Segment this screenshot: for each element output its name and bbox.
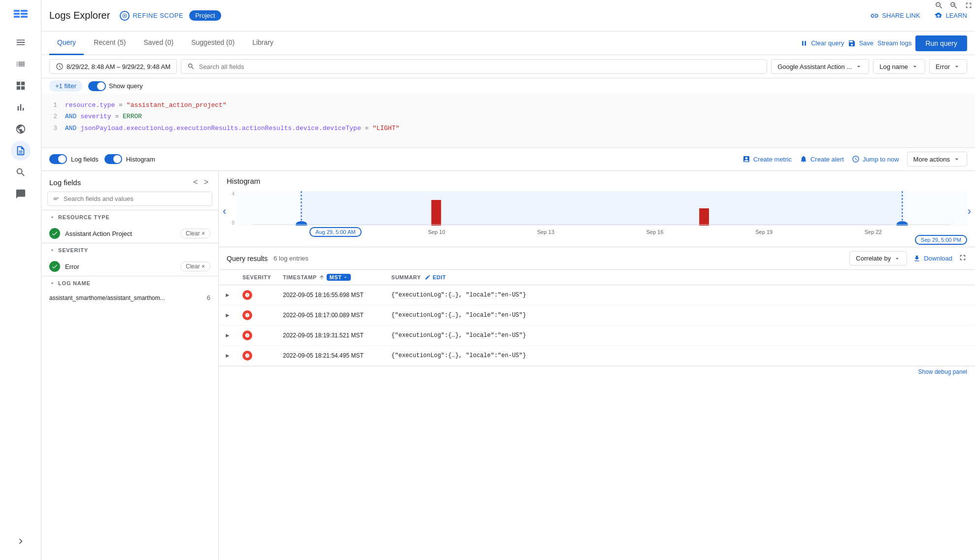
show-debug-panel-link[interactable]: Show debug panel (918, 368, 967, 375)
panel-nav-buttons: < > (191, 177, 210, 188)
nav-left-button[interactable]: < (191, 177, 200, 188)
date-labels-row: Aug 29, 5:00 AM Sep 7 Sep 10 Sep 13 Sep … (236, 227, 967, 241)
share-link-button[interactable]: SHARE LINK (870, 11, 920, 20)
histogram-prev-button[interactable]: ‹ (223, 205, 226, 218)
date-range-button[interactable]: 8/29/22, 8:48 AM – 9/29/22, 9:48 AM (49, 59, 177, 74)
search-all-fields-input[interactable] (181, 59, 767, 74)
resource-type-clear-button[interactable]: Clear × (180, 229, 210, 238)
tab-suggested[interactable]: Suggested (0) (183, 32, 242, 55)
timestamp-4: 2022-09-05 18:21:54.495 MST (277, 346, 385, 366)
resource-type-name: Assistant Action Project (65, 230, 175, 237)
results-table: SEVERITY TIMESTAMP MST (219, 270, 975, 366)
severity-item[interactable]: Error Clear × (41, 257, 218, 276)
resource-type-check-icon (49, 228, 60, 239)
download-button[interactable]: Download (913, 255, 952, 263)
row-expand-button-1[interactable]: ► (225, 292, 231, 298)
sidebar-icon-notes[interactable] (11, 184, 31, 204)
refine-scope-button[interactable]: REFINE SCOPE (120, 11, 183, 21)
correlate-by-button[interactable]: Correlate by (849, 251, 907, 265)
severity-error-icon-3 (242, 330, 252, 340)
log-name-item[interactable]: assistant_smarthome/assistant_smarthom..… (41, 290, 218, 305)
th-expand (219, 270, 236, 285)
sidebar-icon-nav[interactable] (11, 54, 31, 74)
histogram-toggle[interactable] (104, 154, 122, 164)
show-query-track[interactable] (88, 81, 106, 91)
sidebar-icon-logs[interactable] (11, 141, 31, 161)
th-summary: SUMMARY EDIT (385, 270, 975, 285)
topbar: Logs Explorer REFINE SCOPE Project SHARE… (41, 0, 975, 32)
svg-rect-3 (21, 10, 28, 12)
th-severity: SEVERITY (236, 270, 277, 285)
tab-saved[interactable]: Saved (0) (135, 32, 181, 55)
y-axis-labels: 4 0 (227, 191, 235, 226)
summary-2: {"executionLog":{…}, "locale":"en-US"} (385, 305, 975, 326)
create-alert-button[interactable]: Create alert (800, 155, 844, 163)
table-row: ► 2022-09-05 18:21:54.495 MST {"executio… (219, 346, 975, 366)
row-expand-button-4[interactable]: ► (225, 352, 231, 359)
field-search-box[interactable] (47, 192, 212, 206)
date-label-right[interactable]: Sep 29, 5:00 PM (915, 235, 967, 245)
create-metric-button[interactable]: Create metric (742, 155, 792, 163)
search-all-fields-field[interactable] (199, 63, 761, 70)
table-row: ► 2022-09-05 18:19:31.521 MST {"executio… (219, 326, 975, 346)
query-line-2: 2 AND severity = ERROR (49, 111, 967, 122)
resource-type-item[interactable]: Assistant Action Project Clear × (41, 224, 218, 243)
query-line-1: 1 resource.type = "assistant_action_proj… (49, 99, 967, 111)
sidebar-icon-dashboard[interactable] (11, 76, 31, 96)
tab-library[interactable]: Library (244, 32, 281, 55)
app-logo (9, 4, 33, 28)
tab-recent[interactable]: Recent (5) (86, 32, 134, 55)
edit-summary-button[interactable]: EDIT (425, 274, 446, 280)
query-line-3: 3 AND jsonPayload.executionLog.execution… (49, 123, 967, 134)
save-button[interactable]: Save (848, 39, 874, 47)
results-actions: Correlate by Download (849, 251, 967, 265)
resource-filter-button[interactable]: Google Assistant Action ... (771, 59, 869, 74)
results-header: Query results 6 log entries Correlate by… (219, 247, 975, 270)
tab-query[interactable]: Query (49, 32, 84, 55)
severity-filter-button[interactable]: Error (929, 59, 967, 74)
log-name-header[interactable]: LOG NAME (41, 276, 218, 290)
svg-rect-13 (302, 191, 902, 226)
sidebar-icon-menu[interactable] (11, 33, 31, 52)
timezone-selector[interactable]: MST (327, 274, 351, 281)
toolbar-actions: Create metric Create alert Jump to now M… (742, 152, 967, 166)
row-expand-button-2[interactable]: ► (225, 312, 231, 319)
clear-query-button[interactable]: Clear query (800, 39, 844, 47)
svg-rect-14 (431, 200, 441, 226)
field-search-input[interactable] (64, 195, 207, 202)
project-badge[interactable]: Project (189, 10, 221, 21)
date-label-left[interactable]: Aug 29, 5:00 AM (309, 227, 361, 237)
sidebar-icon-search[interactable] (11, 163, 31, 182)
logname-filter-button[interactable]: Log name (873, 59, 925, 74)
sidebar-icon-collapse[interactable] (11, 531, 31, 551)
histogram-section: Histogram ‹ (219, 171, 975, 247)
severity-clear-button[interactable]: Clear × (180, 262, 210, 271)
run-query-button[interactable]: Run query (915, 35, 967, 51)
query-editor[interactable]: 1 resource.type = "assistant_action_proj… (41, 94, 975, 148)
sidebar-icon-explore[interactable] (11, 119, 31, 139)
query-results-area: Query results 6 log entries Correlate by… (219, 247, 975, 560)
show-query-toggle[interactable]: Show query (88, 81, 143, 91)
filter-bar: 8/29/22, 8:48 AM – 9/29/22, 9:48 AM Goog… (41, 55, 975, 78)
nav-right-button[interactable]: > (202, 177, 210, 188)
summary-4: {"executionLog":{…}, "locale":"en-US"} (385, 346, 975, 366)
severity-header[interactable]: SEVERITY (41, 243, 218, 257)
th-timestamp[interactable]: TIMESTAMP MST (277, 270, 385, 285)
resource-type-header[interactable]: RESOURCE TYPE (41, 210, 218, 224)
more-actions-button[interactable]: More actions (907, 152, 967, 166)
severity-error-icon-4 (242, 351, 252, 361)
toolbar-row: Log fields Histogram Create metric Creat… (41, 148, 975, 171)
fullscreen-button[interactable] (958, 253, 967, 264)
severity-section: SEVERITY Error Clear × (41, 243, 218, 276)
histogram-next-button[interactable]: › (968, 205, 971, 218)
jump-to-now-button[interactable]: Jump to now (852, 155, 899, 163)
svg-rect-9 (54, 199, 57, 199)
log-fields-toggle[interactable] (49, 154, 67, 164)
stream-logs-button[interactable]: Stream logs (877, 39, 911, 47)
row-expand-button-3[interactable]: ► (225, 332, 231, 339)
histogram-title: Histogram (227, 177, 260, 185)
sidebar (0, 0, 41, 560)
sidebar-icon-chart[interactable] (11, 98, 31, 117)
filter-chip[interactable]: +1 filter (49, 80, 82, 92)
svg-point-7 (124, 15, 126, 16)
